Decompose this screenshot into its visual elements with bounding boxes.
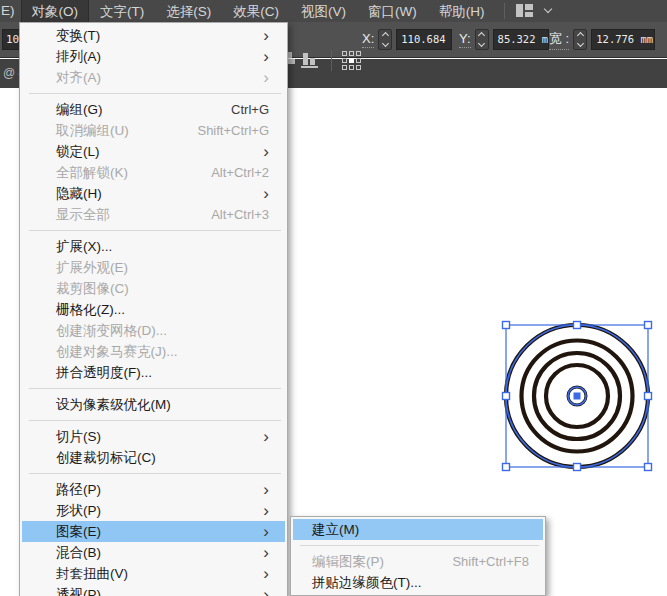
handle-top-left[interactable] (503, 322, 510, 329)
stepper-down-icon[interactable] (577, 40, 584, 47)
handle-bottom-left[interactable] (503, 464, 510, 471)
menu-item-label: 创建裁切标记(C) (56, 449, 156, 467)
menu-item-label: 隐藏(H) (56, 185, 102, 203)
menu-item-label: 扩展(X)... (56, 238, 112, 256)
menu-separator (29, 420, 281, 421)
handle-mid-left[interactable] (503, 393, 510, 400)
menu-item-crop-image: 裁剪图像(C) (22, 278, 285, 299)
submenu-arrow-icon: › (243, 483, 269, 497)
toolbar-divider (331, 50, 332, 71)
submenu-arrow-icon: › (243, 546, 269, 560)
menu-item-label: 编组(G) (56, 101, 103, 119)
menu-item-ungroup: 取消编组(U)Shift+Ctrl+G (22, 120, 285, 141)
selected-artwork[interactable] (497, 316, 657, 476)
pattern-submenu: 建立(M)编辑图案(P)Shift+Ctrl+F8拼贴边缘颜色(T)... (290, 516, 546, 596)
stepper-down-icon[interactable] (382, 40, 389, 47)
handle-bottom-right[interactable] (645, 464, 652, 471)
menu-item-label: 混合(B) (56, 544, 101, 562)
menu-item-align: 对齐(A)› (22, 67, 285, 88)
handle-top-center[interactable] (574, 322, 581, 329)
menubar-edge-fragment: E) (0, 0, 21, 22)
width-label[interactable]: 宽 : (549, 30, 569, 50)
submenu-arrow-icon: › (243, 50, 269, 64)
y-stepper[interactable] (475, 29, 489, 50)
submenu-arrow-icon: › (243, 71, 269, 85)
menu-item-flatten-transparency[interactable]: 拼合透明度(F)... (22, 362, 285, 383)
menu-item-envelope-distort[interactable]: 封套扭曲(V)› (22, 563, 285, 584)
width-stepper[interactable] (573, 29, 587, 50)
submenu-arrow-icon: › (243, 504, 269, 518)
menu-item-label: 切片(S) (56, 428, 101, 446)
menu-item-shortcut: Shift+Ctrl+G (177, 123, 269, 138)
handle-top-right[interactable] (645, 322, 652, 329)
workspace-switcher-icon[interactable] (516, 4, 533, 17)
menu-item-shortcut: Shift+Ctrl+F8 (432, 554, 529, 569)
menu-item-label: 对齐(A) (56, 69, 101, 87)
menubar-item-type[interactable]: 文字(T) (89, 0, 155, 22)
menu-item-blend[interactable]: 混合(B)› (22, 542, 285, 563)
handle-bottom-center[interactable] (574, 464, 581, 471)
menu-item-lock[interactable]: 锁定(L)› (22, 141, 285, 162)
menu-item-shortcut: Alt+Ctrl+2 (191, 165, 269, 180)
menu-item-label: 创建渐变网格(D)... (56, 322, 167, 340)
menu-item-label: 创建对象马赛克(J)... (56, 343, 178, 361)
menu-item-expand-appearance: 扩展外观(E) (22, 257, 285, 278)
menu-separator (29, 473, 281, 474)
x-label[interactable]: X: (362, 31, 374, 48)
menu-item-hide[interactable]: 隐藏(H)› (22, 183, 285, 204)
menu-item-unlock-all: 全部解锁(K)Alt+Ctrl+2 (22, 162, 285, 183)
menubar-item-view[interactable]: 视图(V) (290, 0, 357, 22)
menu-item-group[interactable]: 编组(G)Ctrl+G (22, 99, 285, 120)
menu-item-path[interactable]: 路径(P)› (22, 479, 285, 500)
menu-item-slice[interactable]: 切片(S)› (22, 426, 285, 447)
menu-item-create-object-mosaic: 创建对象马赛克(J)... (22, 341, 285, 362)
menu-item-create-gradient-mesh: 创建渐变网格(D)... (22, 320, 285, 341)
stepper-up-icon[interactable] (382, 32, 389, 39)
menu-item-label: 扩展外观(E) (56, 259, 128, 277)
menu-item-label: 透视(P) (56, 586, 101, 596)
chevron-down-icon[interactable] (544, 5, 552, 13)
menu-item-make-pixel-perfect[interactable]: 设为像素级优化(M) (22, 394, 285, 415)
width-group: 宽 : 12.776 mm (549, 29, 655, 50)
menu-item-label: 排列(A) (56, 48, 101, 66)
menu-item-arrange[interactable]: 排列(A)› (22, 46, 285, 67)
menu-item-label: 建立(M) (312, 521, 359, 539)
menu-item-pattern[interactable]: 图案(E)› (22, 521, 285, 542)
reference-point-icon[interactable] (342, 51, 363, 72)
menu-item-show-all: 显示全部Alt+Ctrl+3 (22, 204, 285, 225)
width-value-field[interactable]: 12.776 mm (591, 29, 655, 50)
menu-item-expand[interactable]: 扩展(X)... (22, 236, 285, 257)
menu-item-transform[interactable]: 变换(T)› (22, 25, 285, 46)
menu-item-label: 路径(P) (56, 481, 101, 499)
menu-item-perspective[interactable]: 透视(P)› (22, 584, 285, 596)
y-label[interactable]: Y: (459, 31, 471, 48)
menu-item-make[interactable]: 建立(M) (293, 519, 543, 540)
menubar-item-help[interactable]: 帮助(H) (428, 0, 496, 22)
menu-item-shape[interactable]: 形状(P)› (22, 500, 285, 521)
y-value-field[interactable]: 85.322 mm (493, 29, 549, 50)
menu-item-create-trim-marks[interactable]: 创建裁切标记(C) (22, 447, 285, 468)
menubar-item-window[interactable]: 窗口(W) (357, 0, 428, 22)
stepper-up-icon[interactable] (478, 32, 485, 39)
menu-item-tile-edge-color[interactable]: 拼贴边缘颜色(T)... (293, 572, 543, 593)
menubar-item-select[interactable]: 选择(S) (155, 0, 222, 22)
submenu-arrow-icon: › (243, 187, 269, 201)
center-anchor-point[interactable] (574, 393, 581, 400)
menu-separator (29, 388, 281, 389)
handle-mid-right[interactable] (645, 393, 652, 400)
menu-item-label: 锁定(L) (56, 143, 100, 161)
menubar-item-object[interactable]: 对象(O) (21, 0, 90, 22)
menu-item-label: 编辑图案(P) (312, 553, 384, 571)
menu-item-label: 形状(P) (56, 502, 101, 520)
menu-item-rasterize[interactable]: 栅格化(Z)... (22, 299, 285, 320)
align-bottom-icon[interactable] (301, 52, 321, 68)
x-value-field[interactable]: 110.684 m (396, 29, 452, 50)
stepper-up-icon[interactable] (577, 32, 584, 39)
menu-separator (29, 230, 281, 231)
menubar-item-effect[interactable]: 效果(C) (222, 0, 290, 22)
stepper-down-icon[interactable] (478, 40, 485, 47)
menu-separator (29, 93, 281, 94)
x-stepper[interactable] (378, 29, 392, 50)
submenu-arrow-icon: › (243, 430, 269, 444)
opacity-field-fragment[interactable]: 100 (2, 29, 20, 50)
